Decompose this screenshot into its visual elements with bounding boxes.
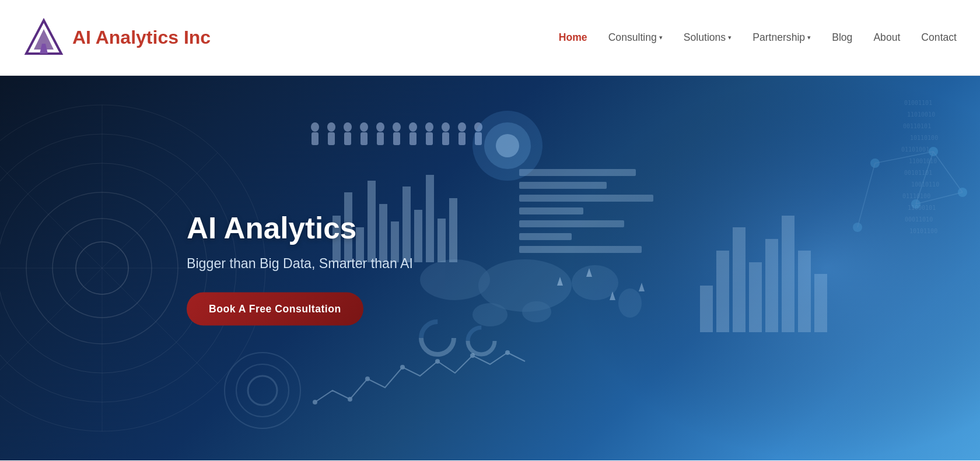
nav-item-blog[interactable]: Blog (832, 31, 852, 44)
cta-button[interactable]: Book A Free Consultation (187, 293, 363, 326)
main-nav: Home Consulting ▾ Solutions ▾ Partnershi… (559, 31, 957, 44)
logo-area[interactable]: AI Analytics Inc (23, 17, 211, 58)
chevron-down-icon: ▾ (807, 34, 811, 41)
nav-item-home[interactable]: Home (559, 31, 587, 44)
chevron-down-icon: ▾ (728, 34, 732, 41)
logo-icon (23, 17, 64, 58)
nav-item-consulting[interactable]: Consulting ▾ (608, 31, 663, 44)
hero-section: 01001101 11010010 00110101 10110100 0110… (0, 76, 980, 460)
hero-content: AI Analytics Bigger than Big Data, Smart… (187, 211, 413, 326)
chevron-down-icon: ▾ (659, 34, 663, 41)
header: AI Analytics Inc Home Consulting ▾ Solut… (0, 0, 980, 76)
nav-item-solutions[interactable]: Solutions ▾ (684, 31, 732, 44)
hero-title: AI Analytics (187, 211, 413, 245)
nav-item-contact[interactable]: Contact (921, 31, 957, 44)
hero-background (0, 76, 980, 460)
hero-subtitle: Bigger than Big Data, Smarter than AI (187, 256, 413, 272)
nav-item-about[interactable]: About (873, 31, 900, 44)
logo-text: AI Analytics Inc (72, 27, 211, 48)
nav-item-partnership[interactable]: Partnership ▾ (752, 31, 811, 44)
